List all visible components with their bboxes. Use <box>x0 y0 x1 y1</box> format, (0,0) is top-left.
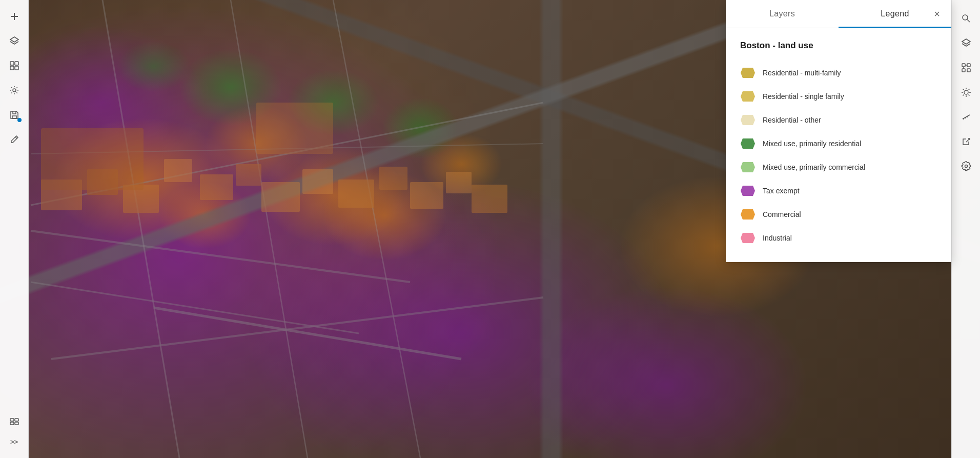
sketch-icon <box>9 134 19 145</box>
svg-rect-36 <box>15 422 18 425</box>
svg-line-51 <box>963 89 964 90</box>
layers-toolbar-button[interactable] <box>956 33 976 53</box>
svg-rect-40 <box>962 64 965 67</box>
svg-rect-28 <box>15 62 18 65</box>
add-button[interactable] <box>4 6 25 27</box>
legend-label-single-family: Residential - single family <box>763 92 844 101</box>
legend-swatch-single-family <box>740 89 756 104</box>
legend-label-commercial: Commercial <box>763 210 801 218</box>
share-button[interactable] <box>956 131 976 152</box>
expand-sidebar-button[interactable]: >> <box>4 433 25 450</box>
share-icon <box>961 136 971 147</box>
panel-content: Boston - land use Residential - multi-fa… <box>726 28 951 262</box>
svg-point-31 <box>13 89 16 92</box>
settings-button[interactable] <box>4 80 25 101</box>
legend-label-mixed-residential: Mixed use, primarily residential <box>763 140 861 148</box>
legend-panel: Layers Legend × Boston - land use Reside… <box>726 0 951 262</box>
svg-rect-12 <box>164 159 192 182</box>
measure-icon <box>961 112 971 122</box>
svg-line-53 <box>968 89 969 90</box>
legend-list: Residential - multi-familyResidential - … <box>740 61 937 250</box>
layers-toolbar-icon <box>961 38 971 48</box>
measure-button[interactable] <box>956 107 976 127</box>
legend-swatch-mixed-commercial <box>740 160 756 175</box>
legend-swatch-industrial <box>740 230 756 246</box>
legend-item-multi-family: Residential - multi-family <box>740 61 937 85</box>
daylight-button[interactable] <box>956 82 976 103</box>
legend-item-commercial: Commercial <box>740 203 937 226</box>
svg-rect-27 <box>10 62 14 65</box>
svg-marker-60 <box>741 68 755 78</box>
svg-rect-29 <box>10 66 14 70</box>
svg-line-4 <box>333 0 420 458</box>
svg-rect-42 <box>962 69 965 72</box>
svg-line-8 <box>51 297 543 359</box>
save-button[interactable] <box>4 105 25 125</box>
widget-button[interactable] <box>956 57 976 78</box>
svg-marker-65 <box>741 186 755 196</box>
widget-icon <box>961 63 971 73</box>
legend-label-tax-exempt: Tax exempt <box>763 187 800 195</box>
svg-rect-34 <box>15 419 18 421</box>
svg-marker-66 <box>741 209 755 220</box>
close-icon: × <box>934 8 940 20</box>
save-icon <box>9 110 19 120</box>
layers-sidebar-button[interactable] <box>4 31 25 51</box>
configure-button[interactable] <box>956 156 976 176</box>
legend-item-tax-exempt: Tax exempt <box>740 179 937 203</box>
sketch-button[interactable] <box>4 129 25 150</box>
svg-marker-64 <box>741 162 755 172</box>
configure-icon <box>961 161 971 171</box>
svg-line-52 <box>968 95 969 96</box>
tab-active-indicator <box>839 27 951 28</box>
svg-point-37 <box>963 15 968 20</box>
search-icon <box>961 13 971 24</box>
svg-rect-43 <box>967 69 970 72</box>
tab-layers[interactable]: Layers <box>726 0 839 28</box>
svg-rect-18 <box>379 167 407 190</box>
legend-swatch-mixed-residential <box>740 136 756 151</box>
svg-point-46 <box>964 90 968 94</box>
svg-rect-21 <box>472 185 507 213</box>
svg-line-1 <box>31 231 410 282</box>
legend-item-mixed-commercial: Mixed use, primarily commercial <box>740 155 937 179</box>
legend-item-other: Residential - other <box>740 108 937 132</box>
legend-swatch-tax-exempt <box>740 183 756 198</box>
layers-icon <box>9 36 19 46</box>
svg-rect-20 <box>446 172 472 193</box>
svg-rect-15 <box>261 182 300 212</box>
svg-rect-33 <box>10 419 14 421</box>
legend-swatch-other <box>740 112 756 128</box>
left-sidebar: >> <box>0 0 29 458</box>
svg-rect-19 <box>410 182 443 209</box>
legend-label-industrial: Industrial <box>763 234 792 242</box>
svg-rect-13 <box>200 174 233 200</box>
svg-line-32 <box>15 137 17 138</box>
svg-rect-17 <box>338 180 374 208</box>
plus-icon <box>9 11 19 22</box>
svg-line-54 <box>963 95 964 96</box>
search-toolbar-button[interactable] <box>956 8 976 29</box>
legend-item-mixed-residential: Mixed use, primarily residential <box>740 132 937 155</box>
svg-rect-35 <box>10 422 14 425</box>
svg-line-7 <box>154 308 461 359</box>
settings-icon <box>9 85 19 95</box>
panel-tabs: Layers Legend × <box>726 0 951 28</box>
svg-rect-23 <box>256 103 333 154</box>
svg-marker-67 <box>741 233 755 243</box>
legend-item-industrial: Industrial <box>740 226 937 250</box>
slides-button[interactable] <box>4 411 25 431</box>
legend-swatch-multi-family <box>740 65 756 81</box>
right-toolbar <box>951 0 980 458</box>
svg-rect-41 <box>967 64 970 67</box>
svg-rect-22 <box>41 128 144 190</box>
svg-line-3 <box>231 0 308 458</box>
svg-point-59 <box>965 165 967 168</box>
svg-rect-30 <box>15 66 18 70</box>
legend-swatch-commercial <box>740 207 756 222</box>
svg-line-38 <box>967 19 970 22</box>
basemap-button[interactable] <box>4 55 25 76</box>
slides-icon <box>9 416 19 426</box>
panel-close-button[interactable]: × <box>929 6 945 22</box>
legend-label-mixed-commercial: Mixed use, primarily commercial <box>763 163 865 171</box>
